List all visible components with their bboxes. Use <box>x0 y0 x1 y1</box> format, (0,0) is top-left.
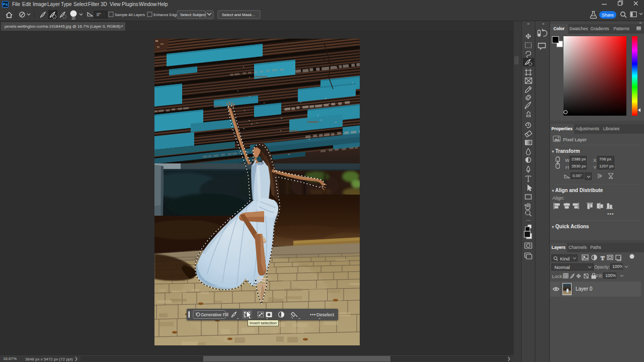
svg-text:Deselect: Deselect <box>316 312 335 317</box>
svg-text:Share: Share <box>602 13 614 18</box>
svg-text:Sample All Layers: Sample All Layers <box>115 13 145 17</box>
svg-text:Generative Fill: Generative Fill <box>201 312 228 317</box>
svg-text:T: T <box>601 255 605 261</box>
svg-text:0°: 0° <box>97 12 101 17</box>
svg-text:30: 30 <box>71 17 75 20</box>
svg-text:«: « <box>527 22 530 26</box>
svg-text:•••: ••• <box>310 312 316 317</box>
svg-text:Select Subject: Select Subject <box>180 13 206 17</box>
svg-text:Select and Mask...: Select and Mask... <box>222 13 255 17</box>
svg-text:Enhance Edge: Enhance Edge <box>153 13 178 17</box>
svg-text:⋯: ⋯ <box>526 218 531 223</box>
svg-text:Kind: Kind <box>560 256 570 261</box>
svg-text:«: « <box>542 22 545 26</box>
